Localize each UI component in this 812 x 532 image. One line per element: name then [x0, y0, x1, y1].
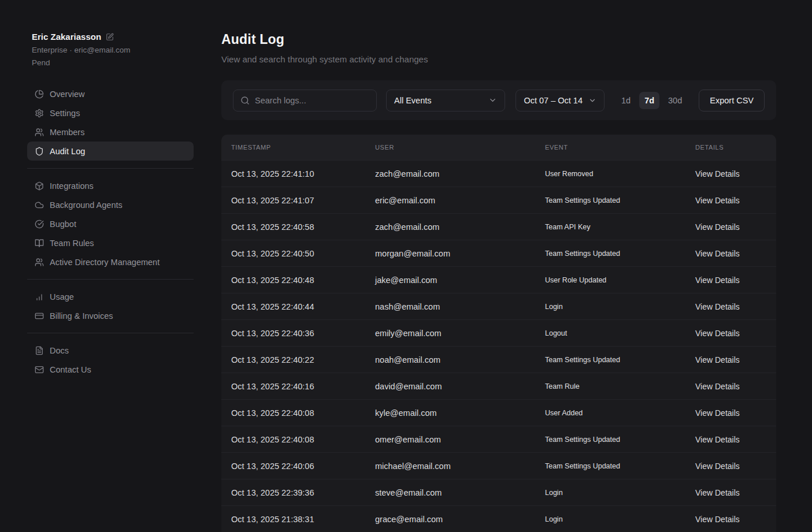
view-details-link[interactable]: View Details	[695, 249, 740, 258]
main-content: Audit Log View and search through system…	[208, 0, 812, 532]
view-details-link[interactable]: View Details	[695, 355, 740, 364]
sidebar-item-label: Usage	[50, 292, 74, 302]
user-cell: michael@email.com	[365, 462, 535, 471]
users-icon	[35, 258, 44, 267]
export-csv-button[interactable]: Export CSV	[699, 90, 765, 111]
timestamp-cell: Oct 13, 2025 22:40:36	[221, 329, 365, 338]
circle-check-icon	[35, 220, 44, 229]
event-cell: User Added	[535, 409, 685, 417]
user-cell: grace@email.com	[365, 515, 535, 524]
user-cell: omer@email.com	[365, 435, 535, 444]
view-details-link[interactable]: View Details	[695, 169, 740, 178]
details-cell: View Details	[685, 408, 776, 418]
sidebar-item-docs[interactable]: Docs	[27, 341, 194, 360]
details-cell: View Details	[685, 462, 776, 471]
table-header-row: TIMESTAMP USER EVENT DETAILS	[221, 135, 776, 160]
sidebar-item-bugbot[interactable]: Bugbot	[27, 214, 194, 233]
sidebar-nav: Overview Settings Members Audit Log Inte…	[27, 84, 194, 379]
user-block: Eric Zakariasson Enterprise · eric@email…	[27, 32, 194, 67]
range-button-1d[interactable]: 1d	[616, 92, 636, 109]
square-pen-icon[interactable]	[106, 33, 114, 41]
sidebar-item-members[interactable]: Members	[27, 122, 194, 142]
user-plan-email: Enterprise · eric@email.com	[32, 46, 194, 54]
sidebar-item-background-agents[interactable]: Background Agents	[27, 195, 194, 214]
view-details-link[interactable]: View Details	[695, 462, 740, 471]
event-cell: Team API Key	[535, 223, 685, 231]
view-details-link[interactable]: View Details	[695, 515, 740, 524]
table-row: Oct 13, 2025 22:40:48 jake@email.com Use…	[221, 266, 776, 293]
sidebar-item-integrations[interactable]: Integrations	[27, 176, 194, 195]
details-cell: View Details	[685, 515, 776, 524]
timestamp-cell: Oct 13, 2025 22:40:58	[221, 222, 365, 232]
view-details-link[interactable]: View Details	[695, 196, 740, 205]
table-row: Oct 13, 2025 22:41:07 eric@email.com Tea…	[221, 187, 776, 213]
date-range-select[interactable]: Oct 07 – Oct 14	[516, 90, 605, 111]
view-details-link[interactable]: View Details	[695, 435, 740, 444]
column-header-timestamp: TIMESTAMP	[221, 144, 365, 151]
event-cell: User Role Updated	[535, 276, 685, 284]
sidebar-divider	[27, 333, 194, 333]
table-row: Oct 13, 2025 22:40:08 omer@email.com Tea…	[221, 426, 776, 452]
table-row: Oct 13, 2025 22:40:16 david@email.com Te…	[221, 373, 776, 399]
range-button-30d[interactable]: 30d	[663, 92, 687, 109]
event-cell: Login	[535, 489, 685, 497]
view-details-link[interactable]: View Details	[695, 488, 740, 497]
pie-chart-icon	[35, 90, 44, 99]
sidebar-item-overview[interactable]: Overview	[27, 84, 194, 103]
sidebar-item-settings[interactable]: Settings	[27, 103, 194, 122]
view-details-link[interactable]: View Details	[695, 329, 740, 338]
table-row: Oct 13, 2025 22:41:10 zach@email.com Use…	[221, 160, 776, 187]
table-row: Oct 13, 2025 22:40:58 zach@email.com Tea…	[221, 213, 776, 240]
user-cell: morgan@email.com	[365, 249, 535, 258]
sidebar-item-label: Audit Log	[50, 147, 85, 156]
user-cell: eric@email.com	[365, 196, 535, 205]
sidebar-item-label: Team Rules	[50, 239, 94, 248]
event-cell: Login	[535, 515, 685, 523]
event-filter-value: All Events	[394, 96, 431, 105]
view-details-link[interactable]: View Details	[695, 302, 740, 311]
toolbar: All Events Oct 07 – Oct 14 1d 7d 30d Exp…	[221, 80, 776, 120]
mail-icon	[35, 365, 44, 374]
sidebar-item-usage[interactable]: Usage	[27, 287, 194, 306]
view-details-link[interactable]: View Details	[695, 276, 740, 285]
user-status: Pend	[32, 58, 194, 67]
event-cell: Team Settings Updated	[535, 462, 685, 470]
chevron-down-icon	[488, 96, 497, 105]
user-cell: emily@email.com	[365, 329, 535, 338]
sidebar-divider	[27, 168, 194, 169]
view-details-link[interactable]: View Details	[695, 408, 740, 418]
range-button-7d[interactable]: 7d	[639, 92, 659, 109]
event-filter-select[interactable]: All Events	[386, 90, 505, 111]
view-details-link[interactable]: View Details	[695, 382, 740, 391]
sidebar-item-audit-log[interactable]: Audit Log	[27, 142, 194, 161]
sidebar-item-label: Overview	[50, 90, 84, 99]
table-row: Oct 13, 2025 22:40:06 michael@email.com …	[221, 452, 776, 479]
table-row: Oct 13, 2025 22:40:22 noah@email.com Tea…	[221, 346, 776, 373]
table-row: Oct 13, 2025 22:40:44 nash@email.com Log…	[221, 293, 776, 319]
table-body: Oct 13, 2025 22:41:10 zach@email.com Use…	[221, 160, 776, 532]
timestamp-cell: Oct 13, 2025 22:41:10	[221, 169, 365, 178]
table-row: Oct 13, 2025 21:38:31 grace@email.com Lo…	[221, 505, 776, 532]
timestamp-cell: Oct 13, 2025 22:39:36	[221, 488, 365, 497]
sidebar-item-active-directory-management[interactable]: Active Directory Management	[27, 252, 194, 271]
details-cell: View Details	[685, 488, 776, 497]
book-open-icon	[35, 239, 44, 248]
details-cell: View Details	[685, 249, 776, 258]
user-cell: jake@email.com	[365, 276, 535, 285]
event-cell: User Removed	[535, 170, 685, 178]
user-cell: nash@email.com	[365, 302, 535, 311]
details-cell: View Details	[685, 435, 776, 444]
table-row: Oct 13, 2025 22:40:50 morgan@email.com T…	[221, 240, 776, 266]
search-box[interactable]	[233, 90, 377, 111]
sidebar-item-label: Members	[50, 128, 84, 137]
user-cell: zach@email.com	[365, 169, 535, 178]
shield-icon	[35, 147, 44, 156]
search-input[interactable]	[255, 96, 369, 105]
cloud-icon	[35, 200, 44, 210]
view-details-link[interactable]: View Details	[695, 222, 740, 232]
bar-chart-icon	[35, 292, 44, 302]
sidebar-item-billing-invoices[interactable]: Billing & Invoices	[27, 306, 194, 325]
file-text-icon	[35, 346, 44, 355]
sidebar-item-contact-us[interactable]: Contact Us	[27, 360, 194, 379]
sidebar-item-team-rules[interactable]: Team Rules	[27, 233, 194, 252]
